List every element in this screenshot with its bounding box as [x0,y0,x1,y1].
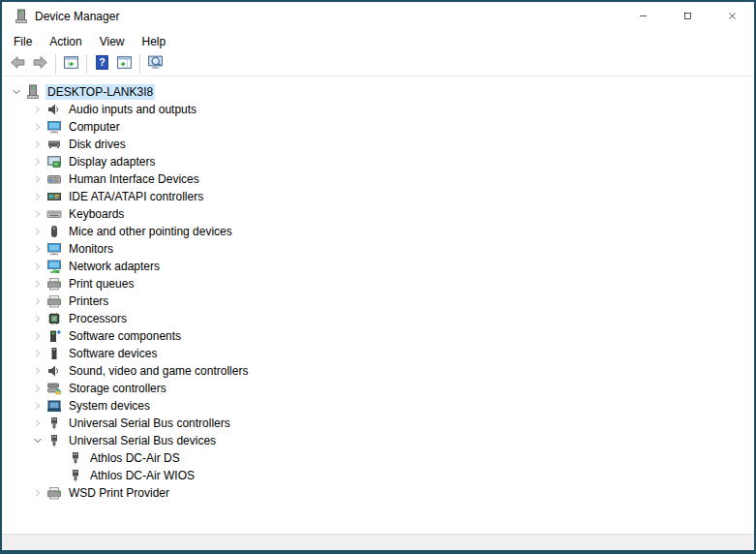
tree-node-label: Universal Serial Bus controllers [67,416,232,431]
chevron-right-icon[interactable] [29,224,46,239]
chevron-right-icon[interactable] [29,171,46,187]
show-hide-action-pane-button[interactable] [113,53,136,75]
monitor-icon [46,241,62,257]
back-arrow-icon [10,54,26,74]
chevron-right-icon[interactable] [29,102,46,117]
chevron-right-icon[interactable] [29,485,46,501]
chevron-right-icon[interactable] [29,189,46,204]
usb-icon [46,416,62,431]
tree-row[interactable]: Human Interface Devices [2,170,754,188]
maximize-icon [682,10,693,24]
minimize-icon [638,10,649,24]
tree-row[interactable]: Monitors [2,240,754,258]
forward-arrow-icon [32,54,48,74]
printer-icon [46,485,62,501]
tree-row[interactable]: Printers [2,292,754,310]
tree-node-label: Keyboards [67,206,126,222]
tree-row[interactable]: Storage controllers [2,380,754,397]
tree-row[interactable]: Computer [2,118,754,136]
tree-row[interactable]: WSD Print Provider [2,484,754,502]
tree-row[interactable]: Software components [2,327,754,345]
menu-help[interactable]: Help [134,32,175,51]
window-controls [620,2,754,31]
tree-node-label: DESKTOP-LANK3I8 [45,84,155,100]
chevron-right-icon[interactable] [29,206,46,222]
scan-hardware-icon [147,54,164,74]
disk-icon [46,137,62,152]
tree-row[interactable]: Audio inputs and outputs [2,101,754,118]
scan-for-hardware-changes-button[interactable] [144,53,166,75]
tree-node-label: Sound, video and game controllers [67,363,250,379]
menu-file[interactable]: File [5,32,41,51]
chevron-right-icon[interactable] [29,137,46,152]
title-bar: Device Manager [2,2,754,31]
tree-node-label: WSD Print Provider [67,485,171,501]
tree-node-label: Athlos DC-Air DS [88,450,182,466]
tree-node-label: IDE ATA/ATAPI controllers [67,189,205,204]
tree-row[interactable]: Sound, video and game controllers [2,362,754,380]
chevron-right-icon[interactable] [29,328,46,344]
chevron-placeholder [50,450,68,466]
mouse-icon [46,224,62,239]
toolbar-separator [55,54,56,74]
tree-node-label: Display adapters [67,154,157,169]
minimize-button[interactable] [620,2,665,31]
chevron-down-icon[interactable] [8,84,25,100]
tree-row[interactable]: Processors [2,310,754,327]
show-console-tree-icon [63,54,79,74]
menu-action[interactable]: Action [41,32,90,51]
tree-node-label: Printers [67,293,110,309]
status-bar [2,534,754,550]
tree-node-label: Mice and other pointing devices [67,224,234,239]
tree-row[interactable]: System devices [2,397,754,415]
tree-row[interactable]: Athlos DC-Air DS [2,449,754,467]
show-action-pane-icon [116,54,133,74]
toolbar: ? [2,52,754,77]
chevron-right-icon[interactable] [29,259,46,274]
chevron-right-icon[interactable] [29,346,46,361]
chevron-down-icon[interactable] [29,433,46,448]
tree-row[interactable]: Network adapters [2,258,754,275]
chevron-right-icon[interactable] [29,119,46,135]
chevron-right-icon[interactable] [29,398,46,414]
tree-row[interactable]: Software devices [2,345,754,362]
forward-button[interactable] [29,53,51,75]
printer-icon [46,293,62,309]
chevron-right-icon[interactable] [29,416,46,431]
tree-row[interactable]: Universal Serial Bus controllers [2,415,754,432]
chevron-right-icon[interactable] [29,311,46,326]
storage-controller-icon [46,381,62,396]
tree-node-label: Universal Serial Bus devices [67,433,218,448]
tree-row[interactable]: Disk drives [2,136,754,153]
show-hide-console-tree-button[interactable] [60,53,82,75]
tree-row[interactable]: Keyboards [2,205,754,223]
monitor-icon [46,119,62,135]
device-manager-icon [14,9,29,24]
tree-node-label: Monitors [67,241,115,257]
menu-view[interactable]: View [91,32,134,51]
computer-tower-icon [25,84,41,100]
chevron-right-icon[interactable] [29,276,46,292]
tree-row[interactable]: Print queues [2,275,754,292]
chevron-right-icon[interactable] [29,293,46,309]
back-button[interactable] [7,53,29,75]
tree-row[interactable]: Mice and other pointing devices [2,223,754,240]
speaker-icon [46,102,62,117]
window-title: Device Manager [35,10,119,23]
chevron-right-icon[interactable] [29,154,46,169]
tree-row[interactable]: DESKTOP-LANK3I8 [2,83,754,101]
chevron-right-icon[interactable] [29,363,46,379]
keyboard-icon [46,206,62,222]
tree-row[interactable]: IDE ATA/ATAPI controllers [2,188,754,205]
chevron-right-icon[interactable] [29,241,46,257]
close-button[interactable] [710,2,754,31]
help-button[interactable]: ? [91,53,113,75]
tree-node-label: Athlos DC-Air WIOS [88,468,197,483]
maximize-button[interactable] [665,2,710,31]
tree-row[interactable]: Display adapters [2,153,754,170]
usb-icon [68,468,83,483]
tree-row[interactable]: Athlos DC-Air WIOS [2,467,754,484]
tree-node-label: Audio inputs and outputs [67,102,198,117]
tree-row[interactable]: Universal Serial Bus devices [2,432,754,449]
chevron-right-icon[interactable] [29,381,46,396]
